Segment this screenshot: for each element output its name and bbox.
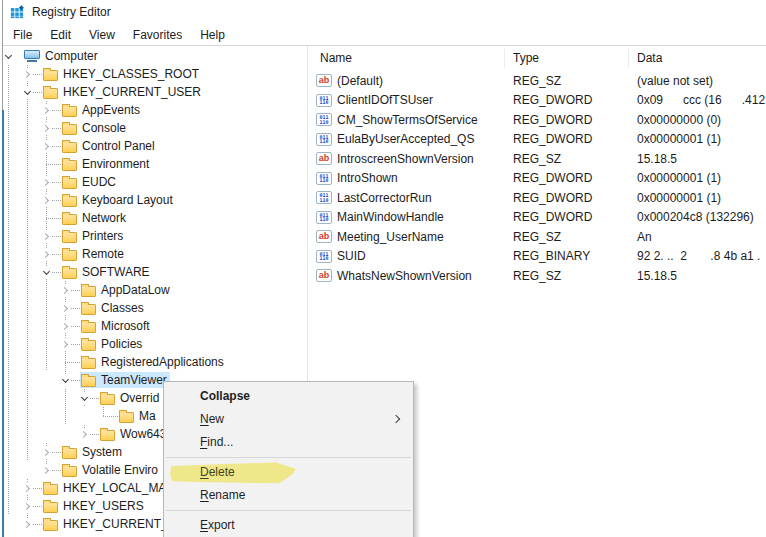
tree-indent xyxy=(4,335,23,353)
chevron-collapsed-icon[interactable] xyxy=(22,501,33,512)
tree-item-printers[interactable]: Printers xyxy=(4,227,306,245)
context-menu-item-collapse[interactable]: Collapse xyxy=(164,385,413,408)
value-row-introscreenshownversion[interactable]: IntroscreenShownVersionREG_SZ15.18.5 xyxy=(309,149,766,169)
context-menu-item-new[interactable]: New xyxy=(164,408,413,431)
context-menu-item-rename[interactable]: Rename xyxy=(164,484,413,507)
tree-indent xyxy=(23,479,42,497)
value-row-eulabyuseraccepted-qs[interactable]: EulaByUserAccepted_QSREG_DWORD0x00000001… xyxy=(309,130,766,150)
tree-item-network[interactable]: Network xyxy=(4,209,306,227)
chevron-collapsed-icon[interactable] xyxy=(79,429,90,440)
tree-node-overrid[interactable]: Overrid xyxy=(99,390,162,406)
chevron-collapsed-icon[interactable] xyxy=(41,105,52,116)
chevron-collapsed-icon[interactable] xyxy=(41,465,52,476)
value-row-suid[interactable]: SUIDREG_BINARY92 2. .. 2 .8 4b a1 . xyxy=(309,247,766,267)
tree-node-software[interactable]: SOFTWARE xyxy=(61,264,153,280)
menu-favorites[interactable]: Favorites xyxy=(124,28,191,42)
tree-node-classes[interactable]: Classes xyxy=(80,300,147,316)
value-row-mainwindowhandle[interactable]: MainWindowHandleREG_DWORD0x000204c8 (132… xyxy=(309,208,766,228)
tree-node-hkey-current-user[interactable]: HKEY_CURRENT_USER xyxy=(42,84,204,100)
tree-item-classes[interactable]: Classes xyxy=(4,299,306,317)
menu-view[interactable]: View xyxy=(80,28,124,42)
tree-node-registeredapplications[interactable]: RegisteredApplications xyxy=(80,354,227,370)
tree-item-appevents[interactable]: AppEvents xyxy=(4,101,306,119)
chevron-collapsed-icon[interactable] xyxy=(22,69,33,80)
value-row-clientidoftsuser[interactable]: ClientIDOfTSUserREG_DWORD0x09 ccc (16 .4… xyxy=(309,91,766,111)
chevron-collapsed-icon[interactable] xyxy=(22,519,33,530)
tree-node-eudc[interactable]: EUDC xyxy=(61,174,119,190)
chevron-collapsed-icon[interactable] xyxy=(41,231,52,242)
value-row-meeting-username[interactable]: Meeting_UserNameREG_SZAn xyxy=(309,227,766,247)
tree-item-control-panel[interactable]: Control Panel xyxy=(4,137,306,155)
binary-value-icon xyxy=(316,94,332,107)
chevron-expanded-icon[interactable] xyxy=(4,51,14,62)
column-header-type[interactable]: Type xyxy=(505,49,629,68)
tree-item-hkey-classes-root[interactable]: HKEY_CLASSES_ROOT xyxy=(4,65,306,83)
value-row-introshown[interactable]: IntroShownREG_DWORD0x00000001 (1) xyxy=(309,169,766,189)
tree-node-control-panel[interactable]: Control Panel xyxy=(61,138,158,154)
chevron-collapsed-icon[interactable] xyxy=(60,339,71,350)
column-header-data[interactable]: Data xyxy=(629,49,766,68)
tree-node-system[interactable]: System xyxy=(61,444,125,460)
value-row-whatsnewshownversion[interactable]: WhatsNewShownVersionREG_SZ15.18.5 xyxy=(309,266,766,286)
context-menu-item-delete[interactable]: Delete xyxy=(164,461,413,484)
chevron-expanded-icon[interactable] xyxy=(41,267,52,278)
chevron-collapsed-icon[interactable] xyxy=(41,249,52,260)
tree-node-hkey-classes-root[interactable]: HKEY_CLASSES_ROOT xyxy=(42,66,202,82)
column-header-name[interactable]: Name xyxy=(309,49,505,68)
chevron-expanded-icon[interactable] xyxy=(60,375,71,386)
chevron-collapsed-icon[interactable] xyxy=(41,123,52,134)
menu-edit[interactable]: Edit xyxy=(41,28,80,42)
tree-indent xyxy=(42,101,61,119)
tree-item-software[interactable]: SOFTWARE xyxy=(4,263,306,281)
value-row-cm-showtermsofservice[interactable]: CM_ShowTermsOfServiceREG_DWORD0x00000000… xyxy=(309,110,766,130)
tree-node-policies[interactable]: Policies xyxy=(80,336,145,352)
menu-item-label: Find... xyxy=(200,435,233,449)
tree-node-hkey-users[interactable]: HKEY_USERS xyxy=(42,498,147,514)
tree-node-microsoft[interactable]: Microsoft xyxy=(80,318,153,334)
tree-node-network[interactable]: Network xyxy=(61,210,129,226)
tree-item-remote[interactable]: Remote xyxy=(4,245,306,263)
tree-item-appdatalow[interactable]: AppDataLow xyxy=(4,281,306,299)
tree-item-environment[interactable]: Environment xyxy=(4,155,306,173)
tree-node-computer[interactable]: Computer xyxy=(23,48,101,64)
tree-indent xyxy=(4,155,23,173)
chevron-collapsed-icon[interactable] xyxy=(60,321,71,332)
chevron-collapsed-icon[interactable] xyxy=(41,141,52,152)
tree-item-computer[interactable]: Computer xyxy=(4,47,306,65)
menu-file[interactable]: File xyxy=(4,28,41,42)
tree-node-appdatalow[interactable]: AppDataLow xyxy=(80,282,173,298)
tree-item-policies[interactable]: Policies xyxy=(4,335,306,353)
chevron-collapsed-icon[interactable] xyxy=(60,303,71,314)
tree-node-environment[interactable]: Environment xyxy=(61,156,152,172)
tree-node-ma[interactable]: Ma xyxy=(118,408,159,424)
tree-node-hkey-current-c[interactable]: HKEY_CURRENT_C xyxy=(42,516,179,532)
tree-node-appevents[interactable]: AppEvents xyxy=(61,102,143,118)
tree-node-hkey-local-ma[interactable]: HKEY_LOCAL_MA xyxy=(42,480,169,496)
menu-help[interactable]: Help xyxy=(191,28,234,42)
value-row-lastcorrectorrun[interactable]: LastCorrectorRunREG_DWORD0x00000001 (1) xyxy=(309,188,766,208)
tree-item-registeredapplications[interactable]: RegisteredApplications xyxy=(4,353,306,371)
menu-item-label: New xyxy=(200,412,224,426)
tree-item-console[interactable]: Console xyxy=(4,119,306,137)
tree-node-volatile-enviro[interactable]: Volatile Enviro xyxy=(61,462,161,478)
tree-item-microsoft[interactable]: Microsoft xyxy=(4,317,306,335)
chevron-collapsed-icon[interactable] xyxy=(41,447,52,458)
tree-node-teamviewer[interactable]: TeamViewer xyxy=(80,372,170,388)
chevron-collapsed-icon[interactable] xyxy=(41,195,52,206)
tree-item-eudc[interactable]: EUDC xyxy=(4,173,306,191)
tree-node-console[interactable]: Console xyxy=(61,120,129,136)
tree-node-keyboard-layout[interactable]: Keyboard Layout xyxy=(61,192,176,208)
chevron-collapsed-icon[interactable] xyxy=(60,285,71,296)
context-menu-item-export[interactable]: Export xyxy=(164,514,413,537)
chevron-collapsed-icon[interactable] xyxy=(41,177,52,188)
chevron-expanded-icon[interactable] xyxy=(22,87,33,98)
context-menu-item-find[interactable]: Find... xyxy=(164,431,413,454)
value-row-default[interactable]: (Default)REG_SZ(value not set) xyxy=(309,71,766,91)
tree-node-remote[interactable]: Remote xyxy=(61,246,127,262)
chevron-collapsed-icon[interactable] xyxy=(22,483,33,494)
tree-node-printers[interactable]: Printers xyxy=(61,228,126,244)
tree-item-hkey-current-user[interactable]: HKEY_CURRENT_USER xyxy=(4,83,306,101)
tree-item-keyboard-layout[interactable]: Keyboard Layout xyxy=(4,191,306,209)
list-rows: (Default)REG_SZ(value not set)ClientIDOf… xyxy=(309,71,766,286)
chevron-expanded-icon[interactable] xyxy=(79,393,90,404)
